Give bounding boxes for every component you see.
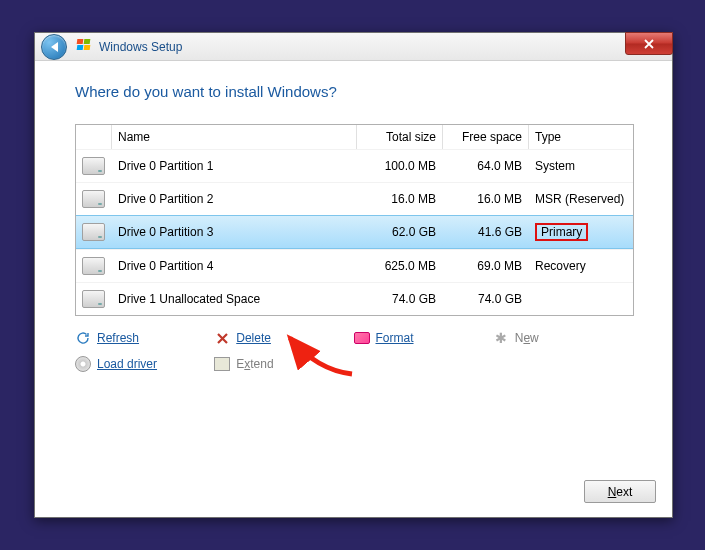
window-title: Windows Setup [99, 40, 182, 54]
drive-icon-cell [76, 216, 112, 248]
cell-total: 16.0 MB [357, 183, 443, 215]
refresh-icon [75, 330, 91, 346]
cell-total: 74.0 GB [357, 283, 443, 315]
cell-name: Drive 0 Partition 1 [112, 150, 357, 182]
cell-name: Drive 0 Partition 4 [112, 250, 357, 282]
new-label: New [515, 331, 539, 345]
cell-name: Drive 0 Partition 2 [112, 183, 357, 215]
cell-free: 41.6 GB [443, 216, 529, 248]
page-heading: Where do you want to install Windows? [75, 83, 632, 100]
drive-icon [82, 157, 105, 175]
col-type-header[interactable]: Type [529, 125, 633, 149]
drive-icon-cell [76, 183, 112, 215]
footer: Next [584, 480, 656, 503]
new-icon: ✱ [493, 330, 509, 346]
cell-total: 62.0 GB [357, 216, 443, 248]
content-area: Where do you want to install Windows? Na… [35, 61, 672, 382]
cell-type: Recovery [529, 250, 633, 282]
cell-free: 74.0 GB [443, 283, 529, 315]
col-free-header[interactable]: Free space [443, 125, 529, 149]
drive-icon-cell [76, 150, 112, 182]
cell-type: MSR (Reserved) [529, 183, 633, 215]
cell-total: 625.0 MB [357, 250, 443, 282]
table-row[interactable]: Drive 0 Partition 1100.0 MB64.0 MBSystem [76, 149, 633, 182]
action-bar: Refresh Delete Format ✱ New Load driver [75, 330, 632, 372]
cell-total: 100.0 MB [357, 150, 443, 182]
extend-icon [214, 356, 230, 372]
close-icon [643, 39, 655, 49]
load-driver-action[interactable]: Load driver [75, 356, 214, 372]
table-row[interactable]: Drive 0 Partition 216.0 MB16.0 MBMSR (Re… [76, 182, 633, 215]
cell-free: 69.0 MB [443, 250, 529, 282]
next-button[interactable]: Next [584, 480, 656, 503]
col-icon-header[interactable] [76, 125, 112, 149]
drive-icon [82, 290, 105, 308]
cell-free: 64.0 MB [443, 150, 529, 182]
format-action[interactable]: Format [354, 330, 493, 346]
cell-free: 16.0 MB [443, 183, 529, 215]
new-action: ✱ New [493, 330, 632, 346]
table-header: Name Total size Free space Type [76, 125, 633, 149]
table-row[interactable]: Drive 1 Unallocated Space74.0 GB74.0 GB [76, 282, 633, 315]
drive-icon [82, 190, 105, 208]
drive-icon [82, 223, 105, 241]
cell-name: Drive 0 Partition 3 [112, 216, 357, 248]
drive-icon-cell [76, 283, 112, 315]
refresh-action[interactable]: Refresh [75, 330, 214, 346]
cd-icon [75, 356, 91, 372]
close-button[interactable] [625, 32, 673, 55]
cell-type: Primary [529, 216, 633, 248]
col-total-header[interactable]: Total size [357, 125, 443, 149]
refresh-label: Refresh [97, 331, 139, 345]
table-row[interactable]: Drive 0 Partition 362.0 GB41.6 GBPrimary [76, 215, 633, 249]
delete-icon [214, 330, 230, 346]
format-label: Format [376, 331, 414, 345]
partition-table: Name Total size Free space Type Drive 0 … [75, 124, 634, 316]
windows-logo-icon [77, 39, 93, 55]
extend-action: Extend [214, 356, 353, 372]
extend-label: Extend [236, 357, 273, 371]
col-name-header[interactable]: Name [112, 125, 357, 149]
load-driver-label: Load driver [97, 357, 157, 371]
arrow-left-icon [51, 42, 58, 52]
delete-label: Delete [236, 331, 271, 345]
cell-type: System [529, 150, 633, 182]
format-icon [354, 330, 370, 346]
table-body: Drive 0 Partition 1100.0 MB64.0 MBSystem… [76, 149, 633, 315]
back-button[interactable] [41, 34, 67, 60]
setup-window: Windows Setup Where do you want to insta… [34, 32, 673, 518]
titlebar: Windows Setup [35, 33, 672, 61]
cell-name: Drive 1 Unallocated Space [112, 283, 357, 315]
drive-icon-cell [76, 250, 112, 282]
drive-icon [82, 257, 105, 275]
delete-action[interactable]: Delete [214, 330, 353, 346]
table-row[interactable]: Drive 0 Partition 4625.0 MB69.0 MBRecove… [76, 249, 633, 282]
cell-type [529, 283, 633, 315]
next-label: ext [616, 485, 632, 499]
